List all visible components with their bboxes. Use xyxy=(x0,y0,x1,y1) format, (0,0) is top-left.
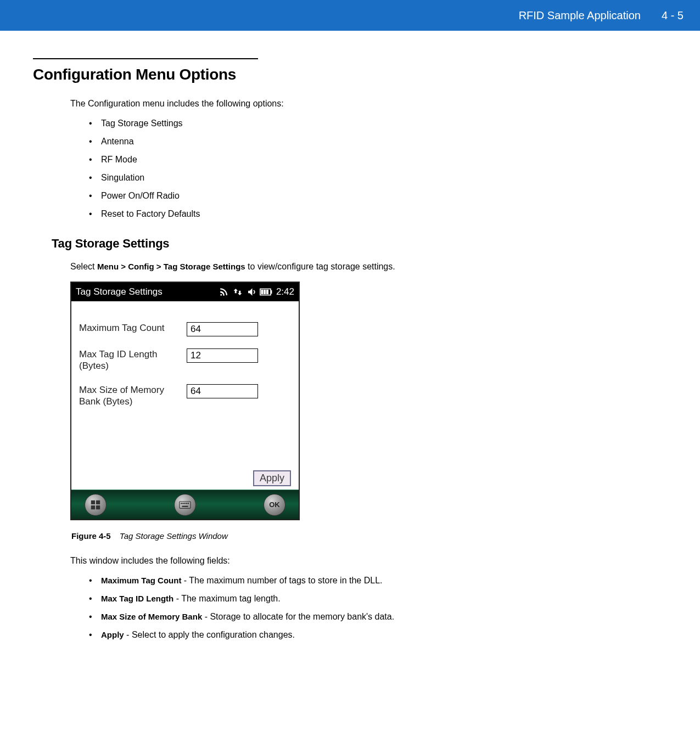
select-suffix: to view/configure tag storage settings. xyxy=(245,262,395,271)
section-intro: The Configuration menu includes the foll… xyxy=(70,99,667,109)
section-heading: Configuration Menu Options xyxy=(33,66,667,83)
list-item: Tag Storage Settings xyxy=(89,119,667,128)
svg-rect-1 xyxy=(271,290,272,294)
svg-rect-4 xyxy=(266,290,268,294)
navigation-path-text: Select Menu > Config > Tag Storage Setti… xyxy=(70,262,667,272)
field-name: Apply xyxy=(101,630,124,639)
field-row: Max Size of Memory Bank (Bytes) xyxy=(79,384,291,408)
fields-description-list: Maximum Tag Count - The maximum number o… xyxy=(89,576,667,640)
device-form: Maximum Tag Count Max Tag ID Length (Byt… xyxy=(71,301,299,470)
field-label-max-tag-id-length: Max Tag ID Length (Bytes) xyxy=(79,348,187,372)
battery-icon xyxy=(260,288,273,296)
header-title: RFID Sample Application xyxy=(519,9,641,22)
fields-intro: This window includes the following field… xyxy=(70,556,667,566)
page-content: Configuration Menu Options The Configura… xyxy=(0,31,700,670)
field-row: Maximum Tag Count xyxy=(79,322,291,336)
list-item: Reset to Factory Defaults xyxy=(89,209,667,219)
subsection-heading: Tag Storage Settings xyxy=(52,237,667,251)
figure-label: Figure 4-5 xyxy=(71,531,111,541)
list-item: Antenna xyxy=(89,137,667,147)
field-name: Max Size of Memory Bank xyxy=(101,612,202,621)
header-page-number: 4 - 5 xyxy=(662,9,684,22)
ok-label: OK xyxy=(269,500,280,509)
svg-rect-7 xyxy=(182,503,183,504)
select-prefix: Select xyxy=(70,262,97,271)
list-item: Max Size of Memory Bank - Storage to all… xyxy=(89,612,667,622)
svg-rect-10 xyxy=(188,503,189,504)
apply-row: Apply xyxy=(71,470,299,490)
apply-button[interactable]: Apply xyxy=(253,470,291,486)
sync-icon xyxy=(232,287,243,297)
svg-rect-11 xyxy=(182,505,188,507)
max-tag-count-input[interactable] xyxy=(187,322,258,336)
field-desc: - Select to apply the configuration chan… xyxy=(124,630,295,639)
heading-rule xyxy=(33,58,258,59)
field-desc: - The maximum number of tags to store in… xyxy=(181,576,382,585)
svg-rect-9 xyxy=(186,503,187,504)
signal-icon xyxy=(219,287,229,297)
svg-rect-2 xyxy=(261,290,263,294)
field-name: Max Tag ID Length xyxy=(101,594,173,603)
list-item: Max Tag ID Length - The maximum tag leng… xyxy=(89,594,667,604)
list-item: RF Mode xyxy=(89,155,667,165)
field-desc: - The maximum tag length. xyxy=(173,594,280,603)
device-status-bar: Tag Storage Settings 2:42 xyxy=(71,283,299,301)
max-tag-id-length-input[interactable] xyxy=(187,348,258,363)
config-options-list: Tag Storage Settings Antenna RF Mode Sin… xyxy=(89,119,667,219)
volume-icon xyxy=(247,287,256,297)
start-button[interactable] xyxy=(85,494,107,516)
figure-container: Tag Storage Settings 2:42 Maximum Tag Co… xyxy=(70,282,667,541)
list-item: Maximum Tag Count - The maximum number o… xyxy=(89,576,667,586)
figure-caption: Figure 4-5 Tag Storage Settings Window xyxy=(71,531,667,541)
svg-rect-3 xyxy=(264,290,266,294)
device-bottom-bar: OK xyxy=(71,490,299,519)
field-desc: - Storage to allocate for the memory ban… xyxy=(202,612,394,621)
device-screenshot: Tag Storage Settings 2:42 Maximum Tag Co… xyxy=(70,282,300,520)
list-item: Power On/Off Radio xyxy=(89,191,667,201)
status-time: 2:42 xyxy=(276,286,294,297)
page-header: RFID Sample Application 4 - 5 xyxy=(0,0,700,31)
list-item: Apply - Select to apply the configuratio… xyxy=(89,630,667,640)
max-memory-bank-input[interactable] xyxy=(187,384,258,398)
menu-path: Menu > Config > Tag Storage Settings xyxy=(97,262,245,271)
keyboard-button[interactable] xyxy=(174,494,196,516)
svg-rect-8 xyxy=(184,503,185,504)
figure-title: Tag Storage Settings Window xyxy=(120,531,228,541)
ok-button[interactable]: OK xyxy=(264,494,285,516)
svg-rect-5 xyxy=(180,501,191,508)
keyboard-icon xyxy=(179,500,191,509)
field-label-max-memory-bank: Max Size of Memory Bank (Bytes) xyxy=(79,384,187,408)
device-window-title: Tag Storage Settings xyxy=(76,286,219,297)
list-item: Singulation xyxy=(89,173,667,183)
svg-rect-6 xyxy=(181,503,182,504)
field-label-max-tag-count: Maximum Tag Count xyxy=(79,322,187,334)
field-row: Max Tag ID Length (Bytes) xyxy=(79,348,291,372)
status-icons: 2:42 xyxy=(219,286,294,297)
field-name: Maximum Tag Count xyxy=(101,576,181,585)
windows-icon xyxy=(89,499,102,511)
